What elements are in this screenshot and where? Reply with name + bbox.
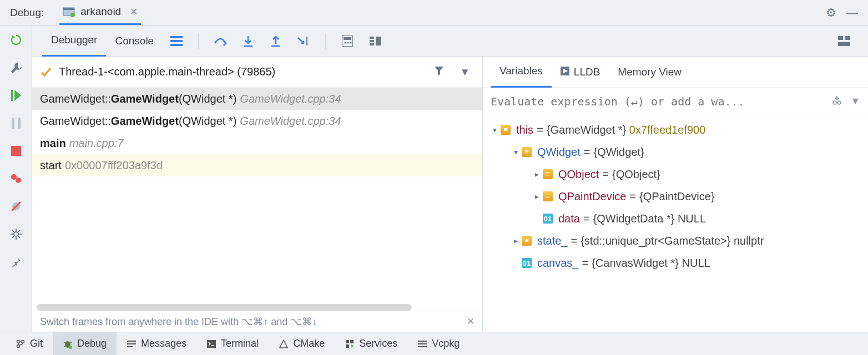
var-node-canvas[interactable]: 01 canvas_={CanvasWidget *} NULL [483, 252, 868, 274]
stop-icon[interactable] [9, 144, 23, 158]
debug-titlebar: Debug: arkanoid ✕ ⚙ — [0, 0, 868, 26]
debug-settings-icon[interactable] [9, 227, 23, 241]
svg-line-19 [18, 230, 20, 232]
svg-line-17 [18, 236, 20, 238]
svg-point-43 [833, 101, 836, 104]
svg-point-46 [22, 340, 24, 343]
tab-console[interactable]: Console [106, 26, 163, 57]
wrench-icon[interactable] [9, 61, 23, 74]
tool-vcpkg[interactable]: Vcpkg [407, 332, 470, 356]
thread-dropdown-icon[interactable]: ▼ [455, 66, 475, 78]
terminal-icon [206, 339, 216, 349]
tab-memory-view[interactable]: Memory View [609, 57, 690, 88]
var-node-state[interactable]: ▸ state_={std::unique_ptr<GameState>} nu… [483, 230, 868, 252]
svg-rect-5 [18, 118, 21, 129]
frames-hscrollbar[interactable] [37, 304, 478, 311]
var-node-qpaintdevice[interactable]: ▸ QPaintDevice={QPaintDevice} [483, 185, 868, 207]
evaluate-icon[interactable] [340, 34, 355, 48]
frame-row[interactable]: start0x00007fff203a9f3d [32, 154, 482, 176]
svg-point-32 [350, 42, 352, 43]
svg-rect-35 [370, 43, 374, 45]
frame-class: start [40, 159, 62, 172]
var-node-qwidget[interactable]: ▾ QWidget={QWidget} [483, 141, 868, 163]
evaluate-input[interactable] [491, 95, 824, 108]
expand-icon[interactable]: ▸ [509, 236, 522, 245]
svg-point-2 [70, 13, 75, 17]
frame-location: GameWidget.cpp:34 [240, 115, 341, 128]
mute-breakpoints-icon[interactable] [9, 200, 23, 213]
rerun-icon[interactable] [9, 33, 23, 47]
thread-selector[interactable]: Thread-1-<com.apple.main-thread> (79865)… [32, 57, 482, 88]
add-watch-icon[interactable] [831, 94, 842, 108]
tool-debug[interactable]: Debug [53, 332, 117, 356]
var-node-data[interactable]: 01 data={QWidgetData *} NULL [483, 207, 868, 230]
tool-terminal[interactable]: Terminal [196, 332, 269, 356]
thread-checkmark-icon [40, 66, 52, 78]
svg-rect-61 [346, 344, 349, 348]
svg-rect-39 [838, 42, 850, 46]
svg-rect-36 [376, 37, 381, 45]
tab-variables[interactable]: Variables [491, 57, 552, 88]
tab-lldb[interactable]: LLDB [552, 57, 609, 88]
show-frames-icon[interactable] [169, 34, 184, 48]
messages-icon [127, 339, 137, 349]
variables-tree[interactable]: ▾ this= {GameWidget *} 0x7ffeed1ef900 ▾ … [483, 115, 868, 332]
collapse-icon[interactable]: ▾ [509, 148, 522, 156]
svg-point-8 [16, 178, 21, 183]
frame-row[interactable]: mainmain.cpp:7 [32, 132, 482, 154]
tool-git[interactable]: Git [6, 332, 53, 356]
tool-label: Terminal [221, 338, 259, 349]
step-into-icon[interactable] [241, 34, 255, 48]
run-to-cursor-icon[interactable] [296, 34, 311, 48]
struct-icon [522, 236, 532, 246]
struct-icon [543, 169, 553, 179]
breakpoints-icon[interactable] [9, 172, 23, 185]
svg-rect-57 [207, 340, 216, 348]
frame-row[interactable]: GameWidget::GameWidget(QWidget *)GameWid… [32, 88, 482, 110]
close-run-tab-icon[interactable]: ✕ [130, 6, 138, 18]
pin-icon[interactable] [9, 255, 23, 268]
eval-dropdown-icon[interactable]: ▼ [850, 95, 860, 107]
collapse-icon[interactable]: ▾ [488, 125, 501, 134]
frame-method: GameWidget [111, 93, 179, 105]
frame-location: GameWidget.cpp:34 [240, 93, 341, 105]
tab-debugger[interactable]: Debugger [42, 26, 106, 57]
lldb-run-icon [561, 66, 569, 78]
frame-row[interactable]: GameWidget::GameWidget(QWidget *)GameWid… [32, 110, 482, 132]
svg-rect-20 [170, 36, 183, 38]
step-over-icon[interactable] [213, 34, 228, 48]
tool-label: Vcpkg [432, 338, 460, 349]
var-value: {QWidgetData *} NULL [593, 212, 706, 225]
step-out-icon[interactable] [269, 34, 283, 48]
trace-icon[interactable] [368, 34, 382, 48]
tool-label: Debug [77, 338, 107, 349]
run-config-tab[interactable]: arkanoid ✕ [59, 1, 141, 25]
tool-messages[interactable]: Messages [117, 332, 196, 356]
lldb-label: LLDB [574, 66, 600, 78]
layout-icon[interactable] [837, 34, 851, 48]
tool-services[interactable]: Services [335, 332, 407, 356]
cmake-icon [279, 339, 289, 349]
pause-icon[interactable] [9, 116, 23, 130]
minimize-icon[interactable]: — [846, 6, 858, 19]
tool-label: CMake [293, 338, 325, 349]
frames-list[interactable]: GameWidget::GameWidget(QWidget *)GameWid… [32, 88, 482, 302]
services-icon [345, 339, 355, 349]
debug-side-toolbar [0, 26, 32, 332]
expand-icon[interactable]: ▸ [531, 170, 543, 179]
var-node-this[interactable]: ▾ this= {GameWidget *} 0x7ffeed1ef900 [483, 119, 868, 141]
frame-class: GameWidget:: [40, 93, 111, 105]
var-value: {QWidget} [594, 146, 644, 159]
settings-icon[interactable]: ⚙ [826, 6, 836, 19]
hint-close-icon[interactable]: ✕ [467, 316, 475, 327]
filter-icon[interactable] [430, 65, 448, 78]
expand-icon[interactable]: ▸ [531, 192, 543, 201]
svg-point-7 [11, 174, 17, 180]
tool-label: Git [30, 338, 43, 349]
var-node-qobject[interactable]: ▸ QObject={QObject} [483, 163, 868, 185]
resume-icon[interactable] [9, 89, 23, 102]
var-value: {QObject} [612, 168, 660, 181]
tool-cmake[interactable]: CMake [269, 332, 335, 356]
svg-rect-38 [845, 36, 850, 40]
svg-point-44 [837, 101, 841, 104]
